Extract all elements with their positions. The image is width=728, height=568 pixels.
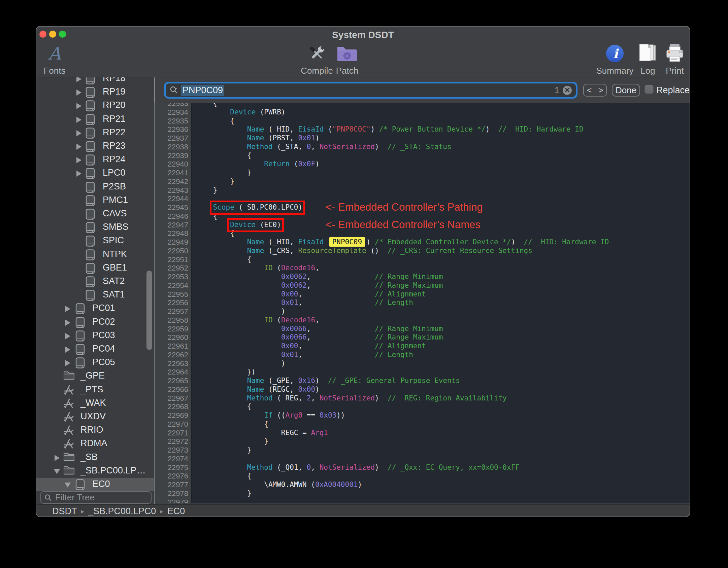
sidebar-item-pc02[interactable]: PC02 xyxy=(36,316,154,329)
disclosure-closed-icon[interactable] xyxy=(65,333,70,339)
print-button[interactable]: Print xyxy=(655,43,690,76)
code-editor[interactable]: 22933 {22934 Device (PWRB)22935 {22936 N… xyxy=(155,103,690,503)
disclosure-closed-icon[interactable] xyxy=(76,144,81,150)
sidebar-item-rp18[interactable]: RP18 xyxy=(36,77,154,85)
code-text: If ((Arg0 == 0x03)) xyxy=(192,411,345,420)
sidebar-item-sbpc00lp[interactable]: _SB.PC00.LP… xyxy=(36,464,154,478)
tree-item-label: PC03 xyxy=(92,330,115,341)
sidebar-item-rp24[interactable]: RP24 xyxy=(36,153,154,167)
tree-item-label: SMBS xyxy=(103,222,129,232)
find-search-input[interactable]: PNP0C09 1 ✕ xyxy=(166,83,576,97)
disclosure-closed-icon[interactable] xyxy=(65,347,70,353)
sidebar-item-gpe[interactable]: _GPE xyxy=(36,369,154,383)
sidebar-item-pc01[interactable]: PC01 xyxy=(36,302,154,315)
sidebar-item-pmc1[interactable]: PMC1 xyxy=(36,194,154,207)
line-number: 22969 xyxy=(155,411,192,420)
find-previous-button[interactable]: < xyxy=(584,84,595,96)
code-line: 22964 }) xyxy=(155,368,690,377)
device-icon xyxy=(86,236,95,248)
disclosure-closed-icon[interactable] xyxy=(55,455,60,461)
breadcrumb-item[interactable]: _SB.PC00.LPC0 xyxy=(88,506,156,517)
tree-item-label: _GPE xyxy=(80,370,105,381)
sidebar-item-sat1[interactable]: SAT1 xyxy=(36,288,154,302)
fonts-button[interactable]: A Fonts xyxy=(36,43,75,76)
sidebar-item-rp19[interactable]: RP19 xyxy=(36,85,154,99)
sidebar-item-sat2[interactable]: SAT2 xyxy=(36,275,154,288)
patch-button[interactable]: Patch xyxy=(327,43,367,76)
device-icon xyxy=(75,303,85,316)
line-number: 22950 xyxy=(155,247,192,255)
sidebar-item-pc05[interactable]: PC05 xyxy=(36,356,154,369)
sidebar-item-uxdv[interactable]: UXDV xyxy=(36,410,154,424)
device-icon xyxy=(86,182,95,194)
line-number: 22935 xyxy=(155,117,192,126)
sidebar-item-pc04[interactable]: PC04 xyxy=(36,343,154,356)
tree-item-label: _SB.PC00.LP… xyxy=(80,465,146,476)
sidebar-item-gbe1[interactable]: GBE1 xyxy=(36,261,154,275)
sidebar-item-smbs[interactable]: SMBS xyxy=(36,221,154,234)
sidebar-item-rp20[interactable]: RP20 xyxy=(36,99,154,112)
clear-search-icon[interactable]: ✕ xyxy=(563,86,572,95)
code-line: 22963 ) xyxy=(155,359,690,368)
breadcrumb-item[interactable]: EC0 xyxy=(167,506,185,517)
tree-item-label: RP19 xyxy=(103,86,126,97)
sidebar-item-cavs[interactable]: CAVS xyxy=(36,207,154,221)
sidebar-item-rp22[interactable]: RP22 xyxy=(36,126,154,140)
done-button[interactable]: Done xyxy=(612,84,640,97)
annotation-text: <- Embedded Controller’s Pathing xyxy=(326,201,483,213)
sidebar-item-ec0[interactable]: EC0 xyxy=(36,478,154,491)
disclosure-closed-icon[interactable] xyxy=(65,360,70,366)
patch-icon xyxy=(327,43,367,64)
sidebar-item-rrio[interactable]: RRIO xyxy=(36,424,154,437)
disclosure-closed-icon[interactable] xyxy=(76,130,81,136)
code-text: ) xyxy=(192,359,286,368)
search-match-highlight: PNP0C09 xyxy=(329,237,365,247)
code-text: 0x01, // Length xyxy=(192,351,413,359)
disclosure-closed-icon[interactable] xyxy=(76,117,81,123)
disclosure-closed-icon[interactable] xyxy=(76,171,81,177)
line-number: 22941 xyxy=(155,169,192,177)
device-icon xyxy=(75,479,85,491)
sidebar-item-pc03[interactable]: PC03 xyxy=(36,329,154,343)
filter-tree-input[interactable]: Filter Tree xyxy=(40,491,152,504)
disclosure-closed-icon[interactable] xyxy=(76,157,81,163)
sidebar-item-rp23[interactable]: RP23 xyxy=(36,140,154,153)
sidebar-item-sb[interactable]: _SB xyxy=(36,451,154,464)
replace-checkbox[interactable] xyxy=(644,85,654,94)
code-text: 0x00, // Alignment xyxy=(192,342,426,351)
disclosure-closed-icon[interactable] xyxy=(76,77,81,82)
device-icon xyxy=(86,290,95,302)
device-icon xyxy=(86,87,95,99)
line-number: 22967 xyxy=(155,394,192,403)
disclosure-open-icon[interactable] xyxy=(65,483,71,488)
disclosure-closed-icon[interactable] xyxy=(76,103,81,109)
line-number: 22978 xyxy=(155,489,192,498)
sidebar-item-pts[interactable]: _PTS xyxy=(36,383,154,397)
tree-item-label: _SB xyxy=(80,452,98,462)
sidebar-item-spic[interactable]: SPIC xyxy=(36,234,154,248)
sidebar-scrollbar[interactable] xyxy=(146,271,152,350)
disclosure-closed-icon[interactable] xyxy=(76,90,81,96)
search-menu-icon[interactable] xyxy=(170,86,178,95)
code-text: } xyxy=(192,489,251,498)
code-text: 0x0062, // Range Minimum xyxy=(192,273,443,281)
line-number: 22947 xyxy=(155,221,192,229)
sidebar-item-rdma[interactable]: RDMA xyxy=(36,437,154,451)
sidebar-item-ntpk[interactable]: NTPK xyxy=(36,248,154,261)
disclosure-closed-icon[interactable] xyxy=(65,320,70,326)
sidebar-item-p2sb[interactable]: P2SB xyxy=(36,180,154,194)
find-next-button[interactable]: > xyxy=(595,84,606,96)
code-line: 22954 0x0062, // Range Maximum xyxy=(155,281,690,290)
tree-item-label: EC0 xyxy=(92,479,110,489)
code-text: } xyxy=(192,169,251,177)
line-number: 22972 xyxy=(155,437,192,446)
device-icon xyxy=(86,114,95,127)
sidebar-item-wak[interactable]: _WAK xyxy=(36,397,154,410)
code-line: 22976 { xyxy=(155,472,690,481)
breadcrumb-item[interactable]: DSDT xyxy=(52,506,77,517)
code-text: Name (_GPE, 0x16) // _GPE: General Purpo… xyxy=(192,377,460,385)
sidebar-item-rp21[interactable]: RP21 xyxy=(36,113,154,126)
sidebar-item-lpc0[interactable]: LPC0 xyxy=(36,167,154,180)
disclosure-open-icon[interactable] xyxy=(54,469,60,474)
disclosure-closed-icon[interactable] xyxy=(65,306,70,312)
